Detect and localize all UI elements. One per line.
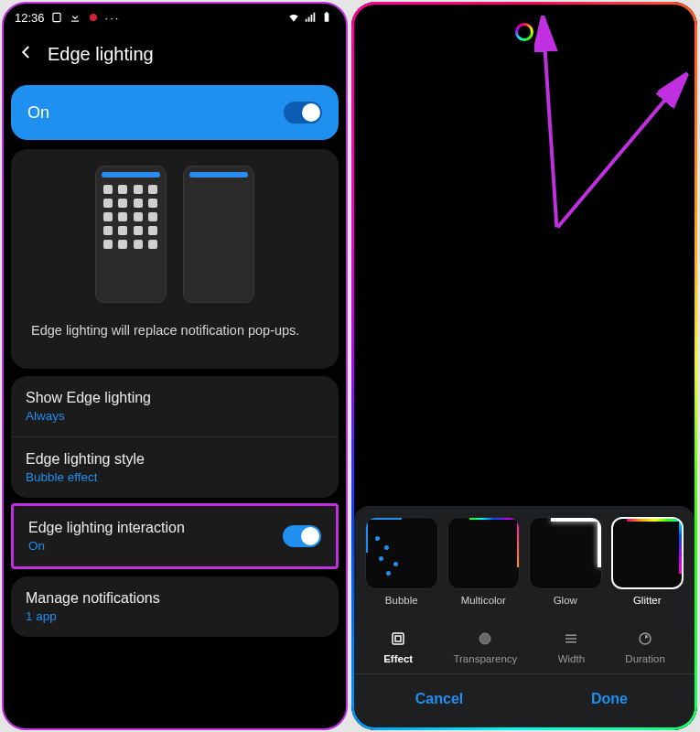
svg-rect-1 xyxy=(70,21,78,22)
phone-edge-lighting-style-editor: Bubble Multicolor Glow xyxy=(351,2,697,730)
list-item-title: Edge lighting interaction xyxy=(28,520,185,536)
effects-row: Bubble Multicolor Glow xyxy=(354,506,695,614)
master-toggle-banner[interactable]: On xyxy=(11,85,339,140)
tab-label: Duration xyxy=(625,653,664,664)
settings-list: Show Edge lighting Always Edge lighting … xyxy=(11,376,339,498)
svg-rect-8 xyxy=(395,636,401,641)
manage-notifications-item[interactable]: Manage notifications 1 app xyxy=(11,576,339,637)
effect-glow[interactable]: Glow xyxy=(529,517,602,607)
preview-phone-home xyxy=(95,166,167,303)
effect-label: Bubble xyxy=(365,595,438,606)
master-toggle-switch[interactable] xyxy=(284,102,322,124)
list-item-sub: Always xyxy=(26,409,151,423)
width-icon xyxy=(558,630,585,648)
back-button[interactable] xyxy=(18,44,35,65)
tab-transparency[interactable]: Transparency xyxy=(453,630,517,664)
tab-label: Width xyxy=(558,653,585,664)
tab-label: Transparency xyxy=(453,653,517,664)
edge-lighting-glow-border: Bubble Multicolor Glow xyxy=(351,2,697,730)
wifi-icon xyxy=(287,11,300,24)
tab-label: Effect xyxy=(383,653,413,664)
svg-rect-4 xyxy=(326,12,328,13)
effect-bubble[interactable]: Bubble xyxy=(365,517,438,607)
show-edge-lighting-item[interactable]: Show Edge lighting Always xyxy=(11,376,339,437)
page-title: Edge lighting xyxy=(48,44,154,65)
effect-multicolor-thumb xyxy=(447,517,521,590)
master-toggle-label: On xyxy=(27,103,49,123)
edge-lighting-preview: Edge lighting will replace notification … xyxy=(11,149,339,369)
duration-icon xyxy=(625,630,664,648)
effect-glow-thumb xyxy=(529,517,602,590)
annotation-highlight: Edge lighting interaction On xyxy=(11,503,339,569)
svg-line-6 xyxy=(557,79,683,227)
effect-icon xyxy=(383,630,413,648)
svg-rect-7 xyxy=(393,633,404,644)
tab-width[interactable]: Width xyxy=(558,630,585,664)
svg-point-2 xyxy=(89,14,96,21)
effect-glitter-thumb xyxy=(611,517,684,590)
list-item-sub: Bubble effect xyxy=(26,470,145,484)
list-item-title: Show Edge lighting xyxy=(26,390,151,406)
interaction-toggle-switch[interactable] xyxy=(283,525,321,547)
effect-glitter[interactable]: Glitter xyxy=(611,517,684,607)
preview-phone-locked xyxy=(183,166,254,303)
svg-rect-0 xyxy=(52,13,59,21)
effect-bubble-thumb xyxy=(365,517,438,590)
transparency-icon xyxy=(453,630,517,648)
cta-row: Cancel Done xyxy=(354,673,695,727)
signal-icon xyxy=(304,11,317,24)
phone-edge-lighting-settings: 12:36 ··· Edg xyxy=(2,2,348,730)
more-notifications-icon: ··· xyxy=(105,11,121,25)
style-tabs: Effect Transparency Width xyxy=(354,613,695,673)
list-item-title: Edge lighting style xyxy=(26,451,145,468)
settings-list-2: Manage notifications 1 app xyxy=(11,576,339,637)
effect-multicolor[interactable]: Multicolor xyxy=(447,517,521,607)
effect-label: Glow xyxy=(529,595,602,606)
list-item-sub: 1 app xyxy=(26,609,160,623)
done-button[interactable]: Done xyxy=(524,674,695,727)
edge-lighting-style-item[interactable]: Edge lighting style Bubble effect xyxy=(11,437,339,498)
status-bar: 12:36 ··· xyxy=(4,4,346,31)
status-time: 12:36 xyxy=(15,11,45,25)
effect-label: Multicolor xyxy=(447,595,521,606)
title-bar: Edge lighting xyxy=(4,31,346,85)
app-notification-icon xyxy=(87,11,100,24)
tab-duration[interactable]: Duration xyxy=(625,630,664,664)
effects-panel: Bubble Multicolor Glow xyxy=(354,506,695,728)
download-icon xyxy=(69,11,81,24)
battery-icon xyxy=(320,11,333,24)
effect-label: Glitter xyxy=(611,595,684,606)
list-item-sub: On xyxy=(28,539,185,553)
notification-icon xyxy=(50,11,63,24)
list-item-title: Manage notifications xyxy=(26,590,160,607)
edge-lighting-interaction-item[interactable]: Edge lighting interaction On xyxy=(14,506,336,566)
tab-effect[interactable]: Effect xyxy=(383,630,413,664)
cancel-button[interactable]: Cancel xyxy=(354,674,524,727)
preview-note-text: Edge lighting will replace notification … xyxy=(20,303,329,350)
annotation-arrow-to-edge xyxy=(354,5,695,279)
svg-rect-3 xyxy=(325,13,329,21)
